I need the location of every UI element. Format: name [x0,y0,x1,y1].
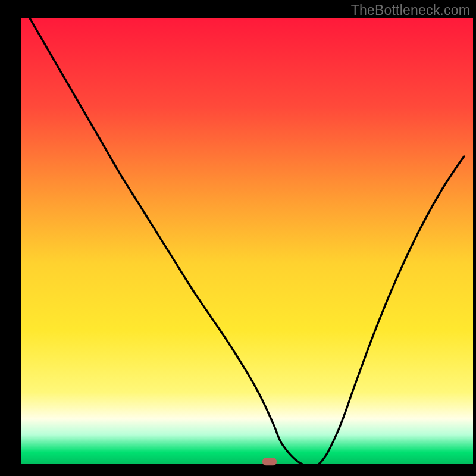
chart-stage: TheBottleneck.com [0,0,476,476]
watermark-text: TheBottleneck.com [351,2,470,18]
optimal-point-marker [262,458,277,465]
bottleneck-chart [0,0,476,476]
gradient-background [21,18,473,464]
